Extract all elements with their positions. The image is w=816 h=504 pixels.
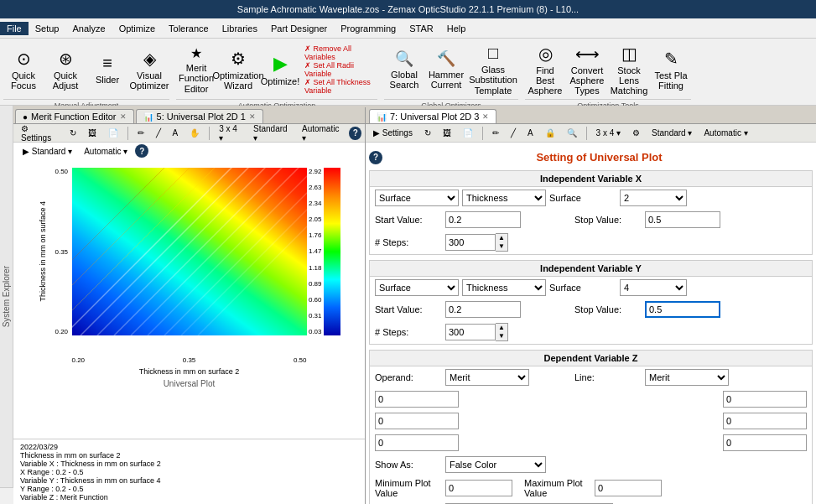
convert-asphere-button[interactable]: ⟷ ConvertAsphere Types — [567, 40, 607, 99]
quick-focus-button[interactable]: ⊙ QuickFocus — [3, 40, 44, 99]
x-surface-select[interactable]: Surface — [375, 190, 459, 206]
z-operand-select[interactable]: Merit — [445, 369, 529, 386]
settings-icon-right[interactable]: ⚙ — [628, 127, 644, 139]
hammer-current-button[interactable]: 🔨 HammerCurrent — [426, 40, 466, 99]
standard-select-right[interactable]: Standard ▾ — [647, 127, 696, 139]
x-start-input[interactable] — [445, 211, 521, 228]
z-line-select[interactable]: Merit — [645, 369, 729, 386]
y-start-label: Start Value: — [375, 304, 442, 314]
toolbar-icons-right[interactable]: 🖼 — [439, 127, 455, 139]
z-field-1[interactable] — [375, 391, 459, 408]
auto-select-left2[interactable]: Automatic ▾ — [80, 145, 132, 158]
merit-function-editor-button[interactable]: ★ MeritFunctionEditor — [176, 40, 216, 99]
toolbar-section-auto: ★ MeritFunctionEditor ⚙ OptimizationWiza… — [176, 40, 377, 103]
line-button[interactable]: ╱ — [152, 127, 165, 139]
zoom-right[interactable]: 🔍 — [563, 127, 581, 139]
menu-partdesigner[interactable]: Part Designer — [264, 22, 334, 35]
menu-analyze[interactable]: Analyze — [65, 22, 112, 35]
z-field-3[interactable] — [375, 413, 459, 429]
plot3-tab-icon: 📊 — [377, 112, 387, 122]
menu-programming[interactable]: Programming — [334, 22, 403, 35]
glass-substitution-button[interactable]: □ Glass SubstitutionTemplate — [468, 40, 518, 99]
plot1-tab-close[interactable]: ✕ — [249, 112, 256, 121]
stock-lens-matching-label: Stock LensMatching — [611, 65, 648, 96]
standard-select-left2[interactable]: ▶ Standard ▾ — [18, 145, 76, 158]
pan-button[interactable]: ✋ — [185, 127, 204, 139]
z-field-2[interactable] — [723, 391, 807, 408]
plot3-tab-close[interactable]: ✕ — [482, 112, 489, 121]
menu-star[interactable]: STAR — [403, 22, 440, 35]
draw-button[interactable]: ✏ — [133, 127, 148, 139]
y-surface-num-select[interactable]: 4 — [620, 279, 687, 296]
grid-select[interactable]: 3 x 4 ▾ — [215, 122, 246, 144]
help-button-left[interactable]: ? — [349, 127, 361, 140]
x-stop-input[interactable] — [645, 211, 720, 228]
visual-optimizer-button[interactable]: ◈ VisualOptimizer — [129, 40, 169, 99]
standard-select-left[interactable]: Standard ▾ — [249, 122, 294, 144]
x-steps-input[interactable] — [445, 234, 496, 251]
refresh-button-right[interactable]: ↻ — [420, 127, 435, 139]
toolbar-icons2-right[interactable]: 📄 — [459, 127, 477, 139]
menu-file[interactable]: File — [0, 22, 29, 35]
x-surface-num-select[interactable]: 2 — [620, 190, 687, 206]
y-steps-up[interactable]: ▲ — [496, 324, 507, 332]
doc-area: ● Merit Function Editor ✕ 📊 5: Universal… — [13, 106, 816, 487]
find-best-asphere-button[interactable]: ◎ Find BestAsphere — [525, 40, 565, 99]
z-showas-select[interactable]: False Color — [445, 456, 546, 473]
auto-select-right[interactable]: Automatic ▾ — [699, 127, 751, 139]
toolbar-icons2[interactable]: 📄 — [104, 127, 122, 139]
y-thickness-select[interactable]: Thickness — [462, 279, 546, 296]
y-steps-input[interactable] — [445, 324, 496, 340]
optimize-button[interactable]: ▶ Optimize! — [260, 40, 300, 99]
cb-0: 2.92 — [309, 168, 322, 175]
z-field-4[interactable] — [723, 413, 807, 429]
draw-right[interactable]: ✏ — [488, 127, 503, 139]
help-button-left2[interactable]: ? — [135, 144, 148, 158]
z-max-input[interactable] — [595, 480, 662, 496]
z-field-5[interactable] — [375, 434, 459, 451]
x-steps-down[interactable]: ▼ — [496, 242, 507, 251]
y-steps-down[interactable]: ▼ — [496, 332, 507, 340]
tab-universal-plot-3[interactable]: 📊 7: Universal Plot 2D 3 ✕ — [369, 109, 496, 123]
auto-select-left[interactable]: Automatic ▾ — [298, 122, 346, 144]
tab-merit-function[interactable]: ● Merit Function Editor ✕ — [15, 109, 134, 123]
menu-help[interactable]: Help — [440, 22, 473, 35]
text-button[interactable]: A — [169, 127, 183, 139]
remove-variables-button[interactable]: ✗ Remove All Variables✗ Set All Radii Va… — [302, 40, 377, 99]
global-search-button[interactable]: 🔍 GlobalSearch — [384, 40, 424, 99]
menu-libraries[interactable]: Libraries — [216, 22, 264, 35]
slider-label: Slider — [96, 75, 119, 85]
plot-title: Universal Plot — [22, 379, 356, 388]
z-min-input[interactable] — [445, 480, 512, 496]
refresh-button[interactable]: ↻ — [65, 127, 81, 139]
stock-lens-matching-button[interactable]: ◫ Stock LensMatching — [609, 40, 649, 99]
menu-optimize[interactable]: Optimize — [112, 22, 162, 35]
toolbar-icons[interactable]: 🖼 — [84, 127, 101, 139]
merit-tab-close[interactable]: ✕ — [120, 112, 127, 121]
settings-button-right[interactable]: ▶ Settings — [369, 127, 417, 139]
text-right[interactable]: A — [523, 127, 538, 139]
sidebar-label: System Explorer — [2, 266, 11, 327]
quick-adjust-button[interactable]: ⊛ QuickAdjust — [45, 40, 86, 99]
optimization-wizard-button[interactable]: ⚙ OptimizationWizard — [218, 40, 258, 99]
plot-container: Thickness in mm on surface 4 0.50 0.35 0… — [13, 159, 365, 439]
tab-universal-plot-1[interactable]: 📊 5: Universal Plot 2D 1 ✕ — [136, 109, 263, 123]
y-start-input[interactable] — [445, 301, 521, 318]
y-surface-select[interactable]: Surface — [375, 279, 459, 296]
info-line-4: Y Range : 0.2 - 0.5 — [20, 485, 358, 493]
y-stop-input[interactable] — [645, 301, 720, 318]
settings-button[interactable]: ⚙ Settings — [17, 122, 62, 144]
test-plate-button[interactable]: ✎ Test PlaFitting — [651, 40, 691, 99]
line-right[interactable]: ╱ — [507, 127, 520, 139]
lock-right[interactable]: 🔒 — [541, 127, 559, 139]
menu-tolerance[interactable]: Tolerance — [162, 22, 216, 35]
z-field-6[interactable] — [723, 434, 807, 451]
slider-button[interactable]: ≡ Slider — [87, 40, 127, 99]
x-tick-1: 0.35 — [183, 356, 196, 364]
settings-title: Setting of Universal Plot — [386, 148, 813, 167]
help-btn-right[interactable]: ? — [369, 151, 382, 164]
menu-setup[interactable]: Setup — [29, 22, 66, 35]
x-thickness-select[interactable]: Thickness — [462, 190, 546, 206]
x-steps-up[interactable]: ▲ — [496, 234, 507, 242]
grid-select-right[interactable]: 3 x 4 ▾ — [592, 127, 625, 139]
